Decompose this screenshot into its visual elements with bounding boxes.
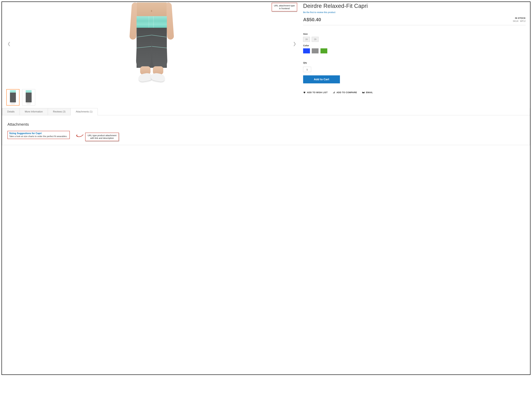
- stock-status: IN STOCK: [513, 17, 526, 19]
- attachment-item: Sizing Suggestions for Capri Take a look…: [7, 131, 70, 139]
- size-options: 28 29: [303, 37, 526, 42]
- tab-more-information[interactable]: More Information: [20, 108, 48, 115]
- attachments-panel: Attachments Sizing Suggestions for Capri…: [2, 115, 530, 145]
- heart-icon: [303, 91, 306, 94]
- envelope-icon: [362, 91, 365, 94]
- product-title: Deirdre Relaxed-Fit Capri: [303, 3, 526, 9]
- gallery-next-icon[interactable]: ❯: [293, 41, 296, 46]
- thumbnail-strip: [6, 89, 297, 105]
- sku: SKU#: WP12: [513, 20, 526, 22]
- qty-label: Qty: [303, 61, 526, 64]
- product-image: [128, 3, 175, 86]
- size-swatch-29[interactable]: 29: [312, 37, 318, 42]
- gallery-prev-icon[interactable]: ❮: [7, 41, 11, 46]
- color-label: Color: [303, 44, 526, 47]
- email-link[interactable]: EMAIL: [362, 91, 373, 94]
- add-to-cart-button[interactable]: Add to Cart: [303, 75, 340, 83]
- color-swatch-gray[interactable]: [312, 48, 318, 54]
- thumbnail-1[interactable]: [6, 89, 20, 105]
- tab-details[interactable]: Details: [2, 108, 20, 115]
- product-media: ❮ ❯ URL attachment: [6, 3, 297, 105]
- annotation-top: URL attachment type in frontend: [272, 3, 297, 11]
- thumbnail-2[interactable]: [22, 89, 35, 105]
- add-to-compare-link[interactable]: ADD TO COMPARE: [333, 91, 357, 94]
- size-swatch-28[interactable]: 28: [303, 37, 310, 42]
- color-swatch-blue[interactable]: [303, 48, 310, 54]
- annotation-arrow-icon: [75, 133, 84, 139]
- size-label: Size: [303, 33, 526, 35]
- main-image: ❮ ❯ URL attachment: [6, 3, 297, 88]
- attachment-description: Take a look at size charts to order the …: [9, 135, 68, 138]
- bar-chart-icon: [333, 91, 335, 94]
- price: A$50.40: [303, 17, 321, 22]
- add-to-wishlist-link[interactable]: ADD TO WISH LIST: [303, 91, 328, 94]
- color-swatch-green[interactable]: [320, 48, 327, 54]
- product-info: Deirdre Relaxed-Fit Capri Be the first t…: [303, 3, 526, 105]
- tab-reviews[interactable]: Reviews (3): [48, 108, 71, 115]
- review-link[interactable]: Be the first to review this product: [303, 11, 335, 14]
- color-options: [303, 48, 526, 54]
- qty-input[interactable]: [303, 67, 311, 72]
- product-tabs: Details More Information Reviews (3) Att…: [2, 108, 530, 145]
- tab-attachments[interactable]: Attachments (1): [70, 108, 98, 115]
- attachments-heading: Attachments: [7, 122, 525, 127]
- attachment-link[interactable]: Sizing Suggestions for Capri: [9, 132, 68, 135]
- annotation-bottom: URL type product attachment with link an…: [85, 133, 119, 141]
